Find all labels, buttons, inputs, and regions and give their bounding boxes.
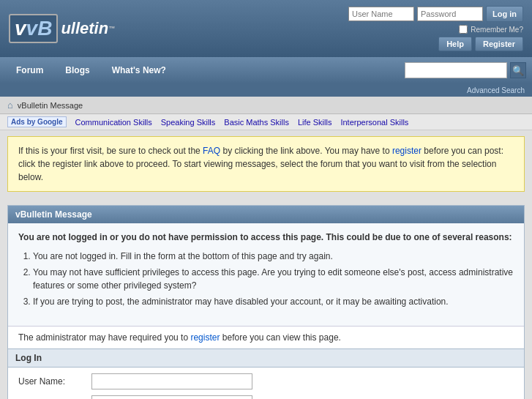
remember-me: Remember Me? — [459, 25, 523, 34]
register-link-main[interactable]: register — [190, 332, 220, 343]
login-section-header: Log In — [8, 349, 524, 368]
register-button-top[interactable]: Register — [475, 37, 523, 51]
username-input-main[interactable] — [91, 373, 252, 389]
logo-text: vvB ulletin™ — [9, 14, 115, 43]
search-button[interactable]: 🔍 — [510, 62, 526, 78]
logo-vb: vvB — [9, 14, 58, 43]
search-area: 🔍 — [405, 62, 526, 78]
login-section: Log In User Name: Password: — [8, 348, 524, 399]
username-input-top[interactable] — [348, 7, 414, 21]
header-buttons: Help Register — [438, 37, 523, 51]
notice-text-after-faq: by clicking the link above. You may have… — [220, 146, 392, 156]
reason-item-1: You may not have sufficient privileges t… — [33, 266, 514, 292]
notice-text-before-faq: If this is your first visit, be sure to … — [18, 146, 203, 156]
main-content: vBulletin Message You are not logged in … — [0, 198, 532, 399]
breadcrumb-text: vBulletin Message — [18, 101, 83, 110]
error-title: You are not logged in or you do not have… — [18, 232, 514, 242]
faq-link[interactable]: FAQ — [203, 146, 220, 156]
ad-bar: Ads by Google Communication Skills Speak… — [0, 114, 532, 130]
nav-whats-new[interactable]: What's New? — [102, 61, 176, 80]
search-input[interactable] — [405, 62, 507, 78]
ad-link-4[interactable]: Interpersonal Skills — [340, 118, 408, 127]
login-form-top: Log in — [348, 6, 523, 22]
ad-link-0[interactable]: Communication Skills — [75, 118, 152, 127]
logo-tm: ™ — [108, 25, 115, 32]
breadcrumb: ⌂ vBulletin Message — [0, 97, 532, 114]
navbar: Forum Blogs What's New? 🔍 — [0, 57, 532, 83]
register-notice-after: before you can view this page. — [220, 332, 340, 343]
ad-link-2[interactable]: Basic Maths Skills — [224, 118, 289, 127]
notice-box: If this is your first visit, be sure to … — [7, 136, 525, 192]
nav-blogs[interactable]: Blogs — [55, 61, 100, 80]
reason-item-0: You are not logged in. Fill in the form … — [33, 250, 514, 263]
username-label: User Name: — [18, 376, 91, 387]
message-box-header: vBulletin Message — [8, 206, 524, 223]
ad-link-1[interactable]: Speaking Skills — [161, 118, 216, 127]
register-notice-before: The administrator may have required you … — [18, 332, 190, 343]
header-right: Log in Remember Me? Help Register — [348, 6, 523, 51]
logo: vvB ulletin™ — [9, 14, 115, 43]
message-box-body: You are not logged in or you do not have… — [8, 223, 524, 326]
message-box: vBulletin Message You are not logged in … — [7, 205, 525, 399]
password-input-top[interactable] — [417, 7, 483, 21]
remember-me-checkbox[interactable] — [459, 25, 468, 34]
password-row: Password: — [18, 395, 514, 399]
advanced-search-link[interactable]: Advanced Search — [467, 86, 525, 94]
ad-link-3[interactable]: Life Skills — [298, 118, 331, 127]
register-link-notice[interactable]: register — [392, 146, 422, 156]
reason-item-2: If you are trying to post, the administr… — [33, 295, 514, 308]
help-button[interactable]: Help — [438, 37, 472, 51]
remember-me-label: Remember Me? — [471, 26, 523, 34]
advanced-search-bar: Advanced Search — [0, 83, 532, 97]
register-notice: The administrator may have required you … — [8, 326, 524, 348]
password-input-main[interactable] — [91, 395, 252, 399]
home-icon[interactable]: ⌂ — [7, 100, 13, 111]
login-button-top[interactable]: Log in — [486, 6, 523, 22]
username-row: User Name: — [18, 373, 514, 389]
reasons-list: You are not logged in. Fill in the form … — [18, 250, 514, 308]
logo-bulletin: ulletin — [61, 19, 108, 38]
site-header: vvB ulletin™ Log in Remember Me? Help Re… — [0, 0, 532, 57]
login-fields: User Name: Password: — [8, 368, 524, 399]
ads-by-google: Ads by Google — [7, 116, 67, 127]
nav-links: Forum Blogs What's New? — [6, 61, 176, 80]
nav-forum[interactable]: Forum — [6, 61, 53, 80]
